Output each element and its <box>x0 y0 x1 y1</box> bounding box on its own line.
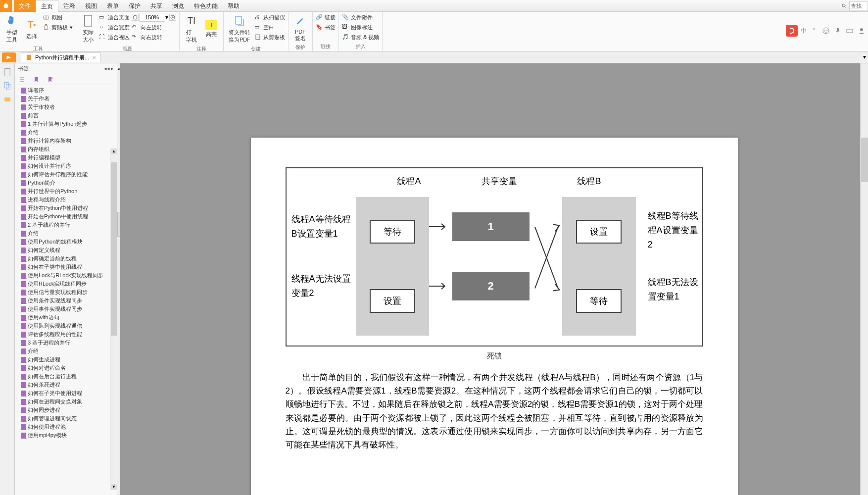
rotate-right-button[interactable]: ↷向右旋转 <box>132 33 176 42</box>
bookmark-item[interactable]: 使用RLock实现线程同步 <box>15 280 117 288</box>
imagetag-button[interactable]: 🖼图像标注 <box>342 23 379 32</box>
punct-icon[interactable]: ° <box>810 26 819 35</box>
bookmark-item[interactable]: 进程与线程介绍 <box>15 196 117 204</box>
bookmark-item[interactable]: 如何管理进程间状态 <box>15 414 117 423</box>
pages-panel-button[interactable] <box>2 81 12 91</box>
bookmark-item[interactable]: 评估多线程应用的性能 <box>15 330 117 339</box>
bookmark-item[interactable]: 使用with语句 <box>15 313 117 322</box>
bookmark-item[interactable]: 2 基于线程的并行 <box>15 221 117 229</box>
from-scanner-button[interactable]: 🖨从扫描仪 <box>254 13 285 22</box>
bookmark-item[interactable]: 前言 <box>15 111 117 120</box>
menu-protect[interactable]: 保护 <box>124 0 145 12</box>
menu-home[interactable]: 主页 <box>36 0 58 12</box>
start-tab[interactable] <box>2 52 16 62</box>
close-tab-button[interactable]: × <box>92 54 96 61</box>
bookmark-item[interactable]: 3 基于进程的并行 <box>15 339 117 347</box>
highlight-button[interactable]: T高亮 <box>202 13 220 45</box>
select-button[interactable]: T▸ 选择 <box>23 13 41 45</box>
zoom-out-button[interactable] <box>132 14 139 21</box>
bookmark-item[interactable]: 介绍 <box>15 128 117 137</box>
scroll-down-icon[interactable]: ▼ <box>111 484 117 490</box>
remove-bookmark-icon[interactable]: × <box>47 76 53 83</box>
mic-icon[interactable] <box>833 26 842 35</box>
bookmarks-scrollbar[interactable]: ▲ ▼ <box>110 148 117 490</box>
bookmark-item[interactable]: 关于作者 <box>15 95 117 103</box>
hand-tool-button[interactable]: 手型 工具 <box>3 13 21 45</box>
menu-view[interactable]: 视图 <box>80 0 102 12</box>
convert-button[interactable]: 将文件转 换为PDF <box>227 13 252 45</box>
bookmark-item[interactable]: 如何在子类中使用进程 <box>15 389 117 397</box>
bookmark-item[interactable]: 开始在Python中使用进程 <box>15 204 117 212</box>
bookmark-item[interactable]: 如何对进程命名 <box>15 364 117 372</box>
zoom-input[interactable] <box>140 13 164 22</box>
search-input[interactable] <box>849 1 868 10</box>
zoom-in-button[interactable] <box>169 14 176 21</box>
bookmark-button[interactable]: 🔖书签 <box>316 23 336 32</box>
bookmark-item[interactable]: 使用条件实现线程同步 <box>15 297 117 305</box>
link-button[interactable]: 🔗链接 <box>316 13 336 22</box>
page-panel-button[interactable] <box>2 67 12 77</box>
bookmark-item[interactable]: 并行世界中的Python <box>15 187 117 196</box>
bookmark-item[interactable]: 如何生成进程 <box>15 355 117 364</box>
rotate-left-button[interactable]: ↶向左旋转 <box>132 23 176 32</box>
bookmark-item[interactable]: 如何在后台运行进程 <box>15 372 117 381</box>
fitwidth-button[interactable]: ↔适合宽度 <box>99 23 130 32</box>
ime-icon[interactable] <box>786 25 798 37</box>
bookmark-item[interactable]: 关于审校者 <box>15 103 117 111</box>
blank-button[interactable]: ▭空白 <box>254 23 285 32</box>
clipboard-button[interactable]: 剪贴板▾ <box>43 23 73 32</box>
splitter-collapse-icon[interactable]: ◂ <box>117 66 120 71</box>
search-icon[interactable] <box>840 2 848 10</box>
bookmark-item[interactable]: 如何设计并行程序 <box>15 162 117 170</box>
bookmark-item[interactable]: 使用mpi4py模块 <box>15 431 117 440</box>
menu-annotate[interactable]: 注释 <box>58 0 80 12</box>
bookmark-item[interactable]: 如何定义线程 <box>15 246 117 254</box>
bookmark-item[interactable]: 如何在子类中使用线程 <box>15 263 117 271</box>
keyboard-icon[interactable] <box>845 26 854 35</box>
bookmark-item[interactable]: 使用Python的线程模块 <box>15 238 117 246</box>
menu-form[interactable]: 表单 <box>102 0 124 12</box>
snapshot-button[interactable]: 截图 <box>43 13 73 22</box>
expand-all-icon[interactable] <box>19 76 26 83</box>
bookmark-item[interactable]: 如何在进程间交换对象 <box>15 397 117 406</box>
menu-file[interactable]: 文件 <box>14 0 36 12</box>
document-view[interactable]: 线程A 共享变量 线程B 线程A等待线程B设置变量1 线程A无法设置变量2 等待… <box>120 63 868 495</box>
fitpage-button[interactable]: ▭适合页面 <box>99 13 130 22</box>
fitview-button[interactable]: ⛶适合视区 <box>99 33 130 42</box>
bookmark-item[interactable]: 并行计算内存架构 <box>15 137 117 145</box>
pdfsign-button[interactable]: PDF 签名 <box>291 13 309 43</box>
smiley-icon[interactable] <box>821 26 830 35</box>
bookmark-item[interactable]: Python简介 <box>15 179 117 187</box>
bookmark-item[interactable]: 使用队列实现线程通信 <box>15 322 117 330</box>
docview-scroll-thumb[interactable] <box>861 138 868 182</box>
realsize-button[interactable]: 实际 大小 <box>79 13 97 45</box>
menu-browse[interactable]: 浏览 <box>167 0 189 12</box>
bookmark-item[interactable]: 如何杀死进程 <box>15 381 117 389</box>
bookmark-item[interactable]: 使用事件实现线程同步 <box>15 305 117 313</box>
bookmark-item[interactable]: 如何评估并行程序的性能 <box>15 170 117 179</box>
user-icon[interactable] <box>857 26 866 35</box>
bookmark-item[interactable]: 介绍 <box>15 229 117 238</box>
bookmark-item[interactable]: 如何使用进程池 <box>15 423 117 431</box>
comments-panel-button[interactable] <box>2 95 12 105</box>
bookmark-item[interactable]: 如何确定当前的线程 <box>15 254 117 263</box>
scroll-thumb[interactable] <box>111 162 117 336</box>
typewriter-button[interactable]: TI打 字机 <box>183 13 200 45</box>
collapse-left-icon[interactable]: ◂◂ <box>104 65 110 72</box>
docview-scrollbar[interactable] <box>860 63 868 495</box>
bookmark-item[interactable]: 并行编程模型 <box>15 153 117 162</box>
from-clipboard-button[interactable]: 📋从剪贴板 <box>254 33 285 42</box>
add-bookmark-icon[interactable]: + <box>33 76 40 83</box>
bookmark-item[interactable]: 使用信号量实现线程同步 <box>15 288 117 297</box>
bookmark-item[interactable]: 开始在Python中使用线程 <box>15 212 117 221</box>
attach-button[interactable]: 📎文件附件 <box>342 13 379 22</box>
av-button[interactable]: 🎵音频 & 视频 <box>342 33 379 42</box>
tab-dropdown[interactable]: ▾ <box>863 53 866 60</box>
bookmark-item[interactable]: 介绍 <box>15 347 117 355</box>
bookmark-item[interactable]: 1 并行计算与Python起步 <box>15 120 117 128</box>
scroll-up-icon[interactable]: ▲ <box>111 148 117 154</box>
expand-right-icon[interactable]: ▸ <box>111 65 114 72</box>
menu-special[interactable]: 特色功能 <box>189 0 223 12</box>
menu-help[interactable]: 帮助 <box>223 0 244 12</box>
bookmark-item[interactable]: 译者序 <box>15 86 117 95</box>
